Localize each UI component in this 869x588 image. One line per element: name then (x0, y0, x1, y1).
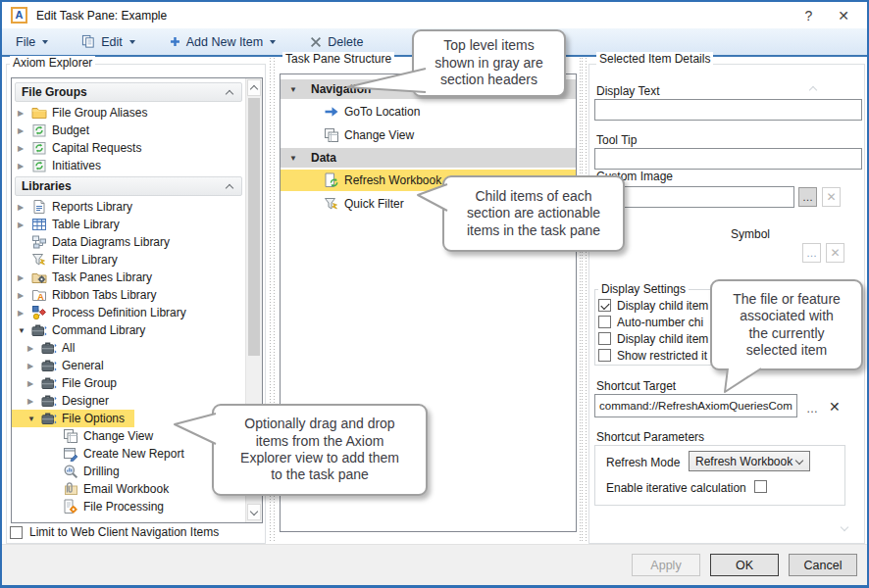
expand-arrow-icon[interactable]: ▶ (27, 397, 41, 406)
tool-tip-input[interactable] (594, 148, 862, 170)
expand-arrow-icon[interactable]: ▶ (27, 379, 41, 388)
expand-arrow-icon[interactable]: ▶ (27, 344, 41, 353)
callout-text: The file or feature associated with the … (710, 279, 863, 370)
tree-section-header-file-groups[interactable]: File Groups (15, 82, 242, 102)
tree-item-label: Designer (62, 394, 109, 408)
expand-arrow-icon[interactable]: ▶ (18, 162, 31, 171)
tree-item-label: Command Library (52, 323, 145, 337)
tree-item-file-group[interactable]: ▶File Group (12, 374, 245, 392)
tree-item-task-panes-library[interactable]: ▶Task Panes Library (12, 269, 245, 286)
tree-item-budget[interactable]: ▶Budget (12, 122, 245, 139)
symbol-browse-button[interactable]: … (802, 243, 821, 263)
display-setting-checkbox[interactable] (598, 349, 611, 362)
expand-arrow-icon[interactable]: ▶ (18, 273, 31, 282)
display-setting-checkbox[interactable] (598, 299, 611, 312)
collapse-arrow-icon[interactable]: ▼ (289, 154, 303, 163)
collapse-chevron-icon[interactable] (227, 183, 233, 190)
tree-item-ribbon-tabs-library[interactable]: ▶ARibbon Tabs Library (12, 286, 245, 304)
add-new-item-label: Add New Item (186, 35, 264, 49)
custom-image-clear-button[interactable]: ✕ (822, 187, 841, 207)
email-icon (63, 481, 78, 497)
tree-item-label: File Group Aliases (52, 106, 147, 120)
process-icon (31, 305, 47, 320)
add-new-item-button[interactable]: Add New Item (169, 35, 277, 49)
expand-arrow-icon[interactable]: ▶ (18, 291, 31, 300)
tree-item-email-workbook[interactable]: Email Workbook (12, 480, 245, 498)
briefcase-icon (41, 411, 57, 426)
scrollbar-thumb[interactable] (248, 98, 260, 356)
shortcut-target-input[interactable]: command://RefreshAxiomQueriesCom (594, 394, 797, 417)
custom-image-browse-button[interactable]: … (798, 187, 817, 207)
tree-item-command-library[interactable]: ▼Command Library (12, 321, 245, 339)
scroll-up-icon[interactable] (247, 79, 261, 96)
shortcut-target-browse-button[interactable]: … (806, 402, 818, 416)
tree-item-general[interactable]: ▶General (12, 357, 245, 374)
delete-button[interactable]: Delete (309, 35, 363, 49)
display-setting-label: Display child item (617, 299, 708, 313)
tree-item-label: File Group (62, 376, 117, 390)
symbol-clear-button[interactable]: ✕ (826, 243, 844, 263)
delete-x-icon (309, 35, 323, 49)
tree-item-filter-library[interactable]: Filter Library (12, 251, 245, 269)
iterative-calc-checkbox[interactable] (754, 480, 767, 493)
structure-item-change-view[interactable]: Change View (281, 124, 576, 146)
report-icon (31, 199, 47, 215)
expand-arrow-icon[interactable]: ▶ (18, 220, 31, 229)
tree-item-reports-library[interactable]: ▶Reports Library (12, 198, 245, 216)
refresh-wb-icon (324, 172, 339, 188)
tree-item-initiatives[interactable]: ▶Initiatives (12, 157, 245, 174)
tree-item-process-definition-library[interactable]: ▶Process Definition Library (12, 304, 245, 321)
tree-item-label: Drilling (83, 465, 120, 478)
tree-item-data-diagrams-library[interactable]: Data Diagrams Library (12, 233, 245, 251)
expand-arrow-icon[interactable]: ▶ (27, 362, 41, 370)
help-button[interactable]: ? (804, 8, 812, 24)
close-button[interactable]: ✕ (838, 8, 849, 24)
expand-arrow-icon[interactable]: ▶ (18, 203, 31, 212)
tree-item-capital-requests[interactable]: ▶Capital Requests (12, 139, 245, 157)
briefcase-icon (41, 358, 57, 373)
tree-item-table-library[interactable]: ▶Table Library (12, 216, 245, 233)
tree-section-label: File Groups (22, 85, 87, 99)
structure-item-goto-location[interactable]: GoTo Location (281, 101, 576, 122)
callout-text: Top level items shown in gray are sectio… (412, 29, 566, 97)
briefcase-icon (31, 322, 47, 338)
refresh-mode-dropdown[interactable]: Refresh Workbook (689, 451, 810, 471)
display-setting-checkbox[interactable] (598, 316, 611, 328)
tree-item-label: Email Workbook (83, 482, 169, 496)
tree-section-header-libraries[interactable]: Libraries (15, 176, 242, 196)
tree-item-label: Table Library (52, 218, 120, 231)
ok-button[interactable]: OK (710, 554, 779, 576)
tree-item-file-options[interactable]: ▼File Options (12, 410, 134, 427)
tree-item-all[interactable]: ▶All (12, 339, 245, 357)
cancel-button[interactable]: Cancel (789, 554, 857, 576)
shortcut-target-clear-button[interactable]: ✕ (829, 399, 841, 415)
structure-section-data[interactable]: ▼Data (281, 148, 576, 168)
collapse-arrow-icon[interactable]: ▼ (289, 85, 303, 94)
edit-menu-button[interactable]: Edit (81, 34, 135, 49)
file-menu-button[interactable]: File (16, 35, 48, 49)
display-text-input[interactable] (594, 99, 862, 121)
tree-section-label: Libraries (22, 179, 72, 193)
tree-item-label: Change View (83, 429, 153, 443)
collapse-chevron-icon[interactable] (227, 89, 233, 96)
tree-item-drilling[interactable]: Drilling (12, 463, 245, 480)
tree-item-label: Filter Library (52, 253, 118, 267)
collapse-arrow-icon[interactable]: ▼ (27, 415, 41, 423)
expand-arrow-icon[interactable]: ▶ (18, 126, 31, 135)
display-setting-label: Display child item (617, 332, 708, 346)
limit-web-client-checkbox[interactable] (10, 526, 23, 539)
axiom-explorer-title: Axiom Explorer (10, 56, 95, 70)
file-group-icon (31, 158, 47, 173)
expand-arrow-icon[interactable]: ▶ (18, 309, 31, 318)
tree-item-file-processing[interactable]: File Processing (12, 498, 245, 515)
tree-item-label: All (62, 341, 75, 355)
apply-button[interactable]: Apply (632, 554, 700, 576)
display-setting-checkbox[interactable] (598, 332, 611, 345)
expand-arrow-icon[interactable]: ▶ (18, 144, 31, 153)
collapse-arrow-icon[interactable]: ▼ (18, 326, 31, 335)
panel-scroll-up-icon[interactable] (810, 78, 817, 96)
panel-scroll-down-icon[interactable] (842, 517, 848, 535)
scroll-down-icon[interactable] (247, 504, 261, 520)
tree-item-file-group-aliases[interactable]: ▶File Group Aliases (12, 104, 245, 122)
expand-arrow-icon[interactable]: ▶ (18, 109, 31, 118)
